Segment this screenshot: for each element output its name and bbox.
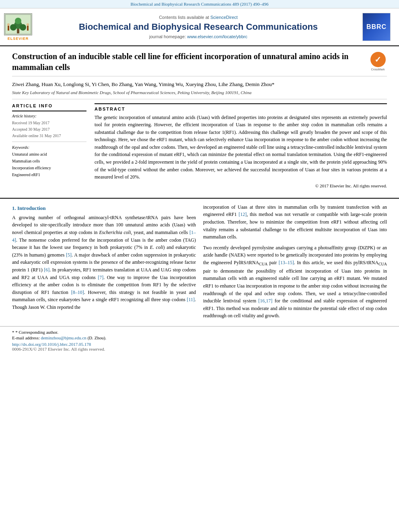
svg-rect-9 <box>27 26 29 31</box>
email-label: E-mail address: <box>12 335 41 340</box>
article-main: Construction of an inducible stable cell… <box>0 46 399 193</box>
journal-header: ELSEVIER Contents lists available at Sci… <box>0 8 399 46</box>
elsevier-text: ELSEVIER <box>8 37 29 41</box>
keyword-2: Mammalian cells <box>12 158 86 164</box>
keyword-4: Engineered eRF1 <box>12 171 86 178</box>
ref-16-17[interactable]: [16,17] <box>258 298 272 304</box>
abstract-box: ABSTRACT The genetic incorporation of un… <box>95 103 387 188</box>
bbrc-logo: BBRC <box>360 12 393 42</box>
body-right-column: incorporation of Uaas at three sites in … <box>203 203 387 323</box>
svg-point-5 <box>20 24 26 31</box>
ref-12[interactable]: [12] <box>239 212 247 217</box>
crossmark-icon: ✓ <box>370 52 386 67</box>
authors: Ziwei Zhang, Huan Xu, Longlong Si, Yi Ch… <box>12 80 387 88</box>
elsevier-logo-image <box>4 13 32 35</box>
issn-line: 0006-291X/© 2017 Elsevier Inc. All right… <box>12 347 387 351</box>
star-symbol: * <box>12 330 15 335</box>
article-info-header: ARTICLE INFO <box>12 103 86 108</box>
crossmark-logo[interactable]: ✓ CrossMark <box>369 52 387 71</box>
svg-point-4 <box>10 24 16 31</box>
article-history-label: Article history: <box>12 114 86 118</box>
journal-citation-text: Biochemical and Biophysical Research Com… <box>130 2 268 6</box>
homepage-link[interactable]: www.elsevier.com/locate/ybbrc <box>187 34 247 39</box>
keywords-box: Keywords: Unnatural amino acid Mammalian… <box>12 145 86 178</box>
article-info-column: ARTICLE INFO Article history: Received 1… <box>12 103 86 188</box>
science-direct-link[interactable]: ScienceDirect <box>210 15 238 20</box>
ref-13-15[interactable]: [13–15] <box>279 260 294 265</box>
doi-link[interactable]: http://dx.doi.org/10.1016/j.bbrc.2017.05… <box>12 342 91 347</box>
intro-paragraph-3: Two recently developed pyrrolysine analo… <box>203 244 387 320</box>
article-title-section: Construction of an inducible stable cell… <box>12 51 387 76</box>
svg-point-10 <box>27 23 29 26</box>
email-address[interactable]: deminzhou@bjmu.edu.cn <box>41 335 86 340</box>
abstract-header: ABSTRACT <box>95 107 387 111</box>
corresponding-author-label: * * Corresponding author. <box>12 330 387 335</box>
intro-paragraph-2: incorporation of Uaas at three sites in … <box>203 203 387 241</box>
ref-8-10[interactable]: [8–10] <box>71 290 84 295</box>
ref-6[interactable]: [6] <box>44 267 49 273</box>
journal-title: Biochemical and Biophysical Research Com… <box>79 21 318 33</box>
ref-7[interactable]: [7] <box>98 275 103 280</box>
email-line: E-mail address: deminzhou@bjmu.edu.cn (D… <box>12 335 387 340</box>
corresponding-text: * Corresponding author. <box>15 330 58 335</box>
keywords-label: Keywords: <box>12 145 86 150</box>
svg-rect-7 <box>8 26 9 31</box>
intro-paragraph-1: A growing number of orthogonal aminoacyl… <box>12 214 196 311</box>
abstract-column: ABSTRACT The genetic incorporation of un… <box>95 103 387 188</box>
section-divider <box>0 198 399 199</box>
journal-header-center: Contents lists available at ScienceDirec… <box>36 12 360 42</box>
author-names: Ziwei Zhang, Huan Xu, Longlong Si, Yi Ch… <box>12 81 274 87</box>
introduction-title: 1. Introduction <box>12 205 196 212</box>
ref-5[interactable]: [5] <box>66 252 72 258</box>
bbrc-logo-box: BBRC <box>362 13 391 41</box>
copyright-text: © 2017 Elsevier Inc. All rights reserved… <box>95 183 387 188</box>
footnote-section: * * Corresponding author. E-mail address… <box>0 326 399 353</box>
body-left-column: 1. Introduction A growing number of orth… <box>12 203 196 323</box>
keyword-3: Incorporation efficiency <box>12 164 86 171</box>
article-received: Received 19 May 2017 Accepted 30 May 201… <box>12 120 86 139</box>
contents-prefix: Contents lists available at <box>159 15 210 20</box>
body-section: 1. Introduction A growing number of orth… <box>0 203 399 323</box>
journal-citation-bar: Biochemical and Biophysical Research Com… <box>0 0 399 8</box>
homepage-prefix: journal homepage: <box>149 34 187 39</box>
journal-homepage-line: journal homepage: www.elsevier.com/locat… <box>149 34 247 39</box>
bbrc-text: BBRC <box>366 23 387 31</box>
science-direct-line: Contents lists available at ScienceDirec… <box>159 15 238 20</box>
article-history-box: Article history: Received 19 May 2017 Ac… <box>12 111 86 142</box>
svg-point-8 <box>7 23 10 26</box>
svg-point-6 <box>15 18 21 24</box>
ref-11[interactable]: [11] <box>187 297 195 302</box>
keywords-list: Unnatural amino acid Mammalian cells Inc… <box>12 151 86 178</box>
info-abstract-section: ARTICLE INFO Article history: Received 1… <box>12 103 387 188</box>
elsevier-logo: ELSEVIER <box>0 12 36 42</box>
doi-line: http://dx.doi.org/10.1016/j.bbrc.2017.05… <box>12 342 387 347</box>
affiliation: State Key Laboratory of Natural and Biom… <box>12 90 387 99</box>
article-title: Construction of an inducible stable cell… <box>12 51 363 73</box>
crossmark-text: CrossMark <box>371 68 385 71</box>
email-suffix: (D. Zhou). <box>86 335 107 340</box>
abstract-text: The genetic incorporation of unnatural a… <box>95 114 387 181</box>
keyword-1: Unnatural amino acid <box>12 151 86 158</box>
